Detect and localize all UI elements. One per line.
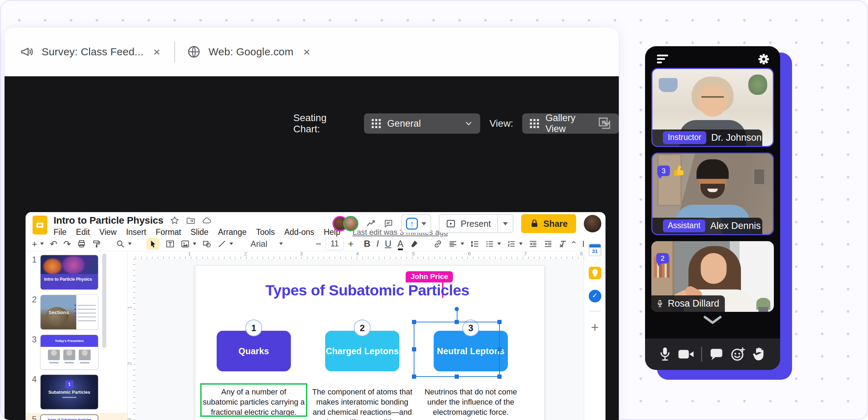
new-slide-button[interactable]: + bbox=[32, 239, 37, 248]
font-size-increase[interactable]: + bbox=[344, 238, 358, 250]
menu-arrange[interactable]: Arrange bbox=[218, 227, 247, 237]
card-quarks[interactable]: Quarks bbox=[217, 331, 291, 371]
resize-handle[interactable] bbox=[455, 320, 459, 324]
participant-tile-dr-johnson[interactable]: Instructor Dr. Johnson bbox=[651, 68, 774, 147]
text-color-button[interactable]: A bbox=[397, 238, 403, 249]
star-icon[interactable] bbox=[170, 216, 180, 225]
mic-icon[interactable] bbox=[657, 298, 663, 309]
document-title[interactable]: Intro to Particle Physics bbox=[54, 215, 163, 226]
resize-handle[interactable] bbox=[412, 320, 416, 324]
chevron-down-icon[interactable] bbox=[40, 243, 44, 245]
chevron-down-icon[interactable] bbox=[230, 243, 233, 245]
card-number-circle[interactable]: 2 bbox=[354, 320, 371, 336]
menu-file[interactable]: File bbox=[54, 227, 66, 237]
show-more-participants[interactable] bbox=[645, 316, 780, 326]
chevron-down-icon[interactable] bbox=[497, 243, 501, 245]
tab-web-close-icon[interactable]: × bbox=[301, 46, 312, 58]
chevron-down-icon[interactable] bbox=[461, 243, 464, 245]
tab-survey-close-icon[interactable]: × bbox=[151, 46, 162, 58]
emoji-icon[interactable] bbox=[730, 347, 745, 362]
collaborator-avatar[interactable] bbox=[343, 216, 358, 231]
menu-format[interactable]: Format bbox=[156, 227, 181, 237]
filmstrip-slide-1[interactable]: 1 Intro to Particle Physics bbox=[26, 253, 127, 293]
decrease-indent-button[interactable] bbox=[528, 239, 538, 248]
cloud-status-icon[interactable] bbox=[202, 216, 212, 225]
slide-2-thumbnail[interactable]: Sections bbox=[40, 295, 98, 330]
tab-survey[interactable]: Survey: Class Feed... × bbox=[20, 45, 162, 59]
gear-icon[interactable] bbox=[758, 53, 770, 65]
numbered-list-button[interactable] bbox=[507, 239, 516, 248]
chevron-down-icon[interactable] bbox=[519, 243, 523, 245]
highlight-button[interactable] bbox=[410, 239, 419, 248]
collapse-toolbar-icon[interactable]: ⌃ bbox=[570, 239, 578, 250]
tasks-icon[interactable] bbox=[589, 290, 601, 302]
camera-icon[interactable] bbox=[678, 348, 694, 360]
menu-insert[interactable]: Insert bbox=[126, 227, 146, 237]
resize-handle[interactable] bbox=[412, 347, 416, 351]
chevron-down-icon[interactable] bbox=[193, 243, 196, 245]
filmstrip-slide-5-selected[interactable]: 5 Types of Subatomic Particles bbox=[26, 413, 127, 420]
resize-handle[interactable] bbox=[497, 374, 502, 379]
font-size-value[interactable]: 11 bbox=[326, 238, 344, 250]
underline-button[interactable]: U bbox=[385, 238, 392, 249]
paint-format-button[interactable] bbox=[92, 239, 101, 248]
filmstrip-scrollbar[interactable] bbox=[102, 253, 106, 348]
redo-button[interactable]: ↷ bbox=[63, 239, 71, 248]
card-number-circle[interactable]: 3 bbox=[462, 320, 479, 336]
filmstrip-slide-4[interactable]: 4 1 Subatomic Particles bbox=[26, 373, 127, 413]
move-folder-icon[interactable] bbox=[186, 216, 196, 225]
chat-count-badge[interactable]: 2 bbox=[656, 253, 669, 264]
bulleted-list-button[interactable] bbox=[485, 239, 494, 248]
card-description[interactable]: Any of a number of subatomic particles c… bbox=[203, 387, 305, 417]
menu-addons[interactable]: Add-ons bbox=[284, 227, 314, 237]
chat-icon[interactable] bbox=[709, 348, 723, 360]
mic-icon[interactable] bbox=[659, 346, 671, 362]
insert-image-tool[interactable] bbox=[181, 239, 190, 248]
present-to-meeting-button[interactable]: ↑ bbox=[401, 214, 431, 233]
select-tool-active[interactable] bbox=[146, 238, 160, 250]
share-button[interactable]: Share bbox=[521, 214, 576, 233]
current-slide[interactable]: John Price Types of Subatomic Particles … bbox=[195, 265, 545, 420]
slide-title[interactable]: Types of Subatomic Particles bbox=[195, 282, 539, 299]
comment-icon[interactable] bbox=[384, 219, 393, 229]
resize-icon[interactable] bbox=[597, 115, 612, 131]
clear-formatting-button[interactable] bbox=[559, 239, 568, 248]
present-options-caret[interactable] bbox=[497, 215, 513, 232]
tab-web[interactable]: Web: Google.com × bbox=[187, 45, 312, 59]
align-button[interactable] bbox=[448, 239, 457, 248]
calendar-icon[interactable] bbox=[589, 244, 601, 256]
font-family-select[interactable]: Arial bbox=[248, 239, 297, 249]
present-button[interactable]: Present bbox=[439, 214, 513, 233]
card-description[interactable]: Neutrinos that do not come under the inf… bbox=[420, 387, 522, 417]
raise-hand-icon[interactable] bbox=[752, 346, 766, 362]
zoom-button[interactable] bbox=[116, 239, 125, 248]
slide-4-thumbnail[interactable]: 1 Subatomic Particles bbox=[40, 374, 98, 410]
text-box-tool[interactable] bbox=[166, 239, 175, 248]
participant-tile-rosa-dillard[interactable]: 2 Rosa Dillard bbox=[651, 241, 774, 312]
print-button[interactable] bbox=[77, 239, 86, 248]
filmstrip-slide-3[interactable]: 3 Today's Presenters bbox=[26, 333, 127, 373]
add-addon-button[interactable]: + bbox=[584, 321, 606, 334]
insert-line-tool[interactable] bbox=[217, 239, 226, 248]
font-size-decrease[interactable]: − bbox=[312, 238, 326, 250]
menu-view[interactable]: View bbox=[99, 227, 117, 237]
card-charged-leptons[interactable]: Charged Leptons bbox=[325, 331, 399, 371]
chat-count-badge[interactable]: 3 bbox=[657, 166, 670, 176]
card-description[interactable]: The component of atoms that makes intera… bbox=[311, 387, 413, 420]
participant-tile-alex-dennis[interactable]: 3 Assistant Alex Dennis bbox=[651, 153, 774, 235]
resize-handle[interactable] bbox=[412, 374, 416, 379]
italic-button[interactable]: I bbox=[376, 238, 379, 249]
menu-tools[interactable]: Tools bbox=[256, 227, 275, 237]
card-neutral-leptons[interactable]: Neutral Leptons bbox=[434, 331, 508, 371]
bold-button[interactable]: B bbox=[364, 238, 371, 249]
insert-shape-tool[interactable] bbox=[202, 239, 211, 248]
resize-handle[interactable] bbox=[497, 320, 502, 324]
line-spacing-button[interactable] bbox=[470, 239, 479, 248]
rotate-handle[interactable] bbox=[455, 307, 459, 311]
undo-button[interactable]: ↶ bbox=[50, 239, 57, 248]
insert-link-button[interactable] bbox=[433, 239, 442, 248]
slide-3-thumbnail[interactable]: Today's Presenters bbox=[40, 335, 98, 370]
menu-slide[interactable]: Slide bbox=[191, 227, 209, 237]
keep-icon[interactable] bbox=[589, 267, 601, 279]
menu-edit[interactable]: Edit bbox=[76, 227, 90, 237]
